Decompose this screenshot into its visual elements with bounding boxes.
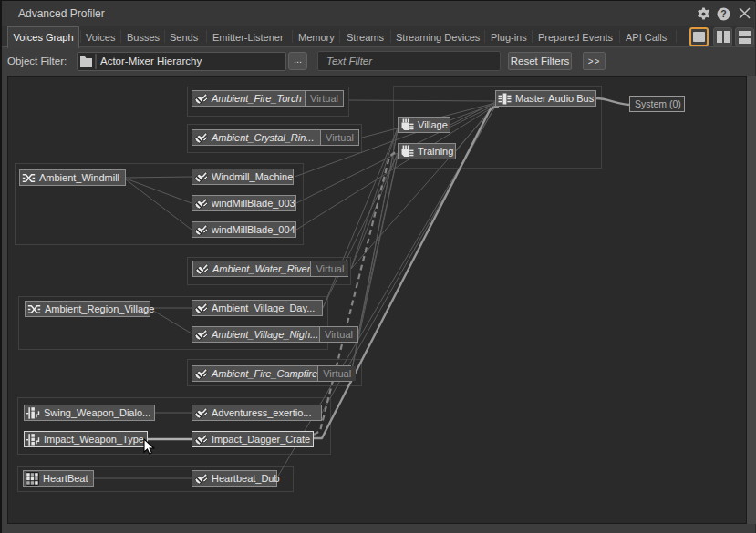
svg-text:?: ?	[720, 8, 726, 19]
